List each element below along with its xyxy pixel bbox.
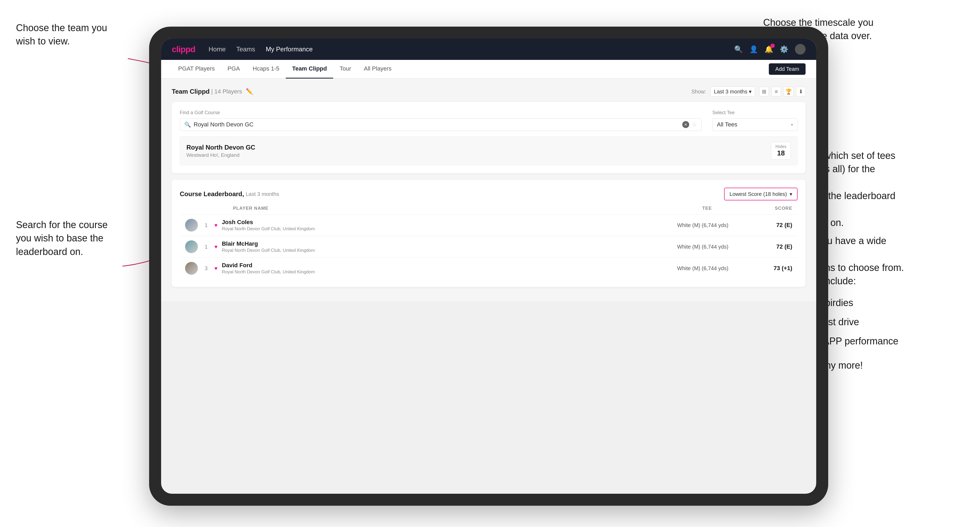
player-club: Royal North Devon Golf Club, United King… bbox=[222, 248, 656, 253]
team-player-count: | 14 Players bbox=[211, 88, 242, 95]
course-finder: Find a Golf Course 🔍 Royal North Devon G… bbox=[180, 110, 797, 131]
player-avatar bbox=[185, 262, 198, 275]
player-row[interactable]: 3 ♥ David Ford Royal North Devon Golf Cl… bbox=[180, 257, 797, 279]
holes-value: 18 bbox=[775, 149, 786, 157]
player-tee: White (M) (6,744 yds) bbox=[660, 265, 745, 271]
col-score-header: SCORE bbox=[749, 206, 792, 211]
list-view-icon[interactable]: ≡ bbox=[772, 87, 781, 96]
subnav-pga[interactable]: PGA bbox=[221, 60, 246, 78]
settings-icon[interactable]: ⚙️ bbox=[780, 45, 788, 54]
view-icons: ⊞ ≡ 🏆 ⬇ bbox=[759, 87, 806, 96]
player-score: 73 (+1) bbox=[749, 265, 792, 272]
course-search-label: Find a Golf Course bbox=[180, 110, 702, 116]
nav-link-my-performance[interactable]: My Performance bbox=[266, 46, 313, 53]
player-row[interactable]: 1 ♥ Blair McHarg Royal North Devon Golf … bbox=[180, 236, 797, 257]
course-result: Royal North Devon GC Westward Ho!, Engla… bbox=[180, 136, 797, 165]
sub-nav: PGAT Players PGA Hcaps 1-5 Team Clippd T… bbox=[161, 60, 816, 78]
tee-select-value[interactable]: All Tees bbox=[717, 121, 788, 128]
nav-icons: 🔍 👤 🔔 ⚙️ bbox=[734, 44, 806, 55]
player-list: 1 ♥ Josh Coles Royal North Devon Golf Cl… bbox=[180, 214, 797, 279]
score-type-dropdown-arrow: ▾ bbox=[790, 191, 792, 197]
player-info: Blair McHarg Royal North Devon Golf Club… bbox=[222, 240, 656, 253]
tee-select-label: Select Tee bbox=[712, 110, 797, 116]
player-rank: 1 bbox=[202, 222, 210, 229]
users-icon[interactable]: 👤 bbox=[749, 45, 758, 54]
player-score: 72 (E) bbox=[749, 222, 792, 229]
player-name: Josh Coles bbox=[222, 219, 656, 226]
player-favorite-icon[interactable]: ♥ bbox=[215, 265, 218, 271]
edit-team-icon[interactable]: ✏️ bbox=[246, 88, 253, 95]
search-icon[interactable]: 🔍 bbox=[734, 45, 743, 54]
course-finder-card: Find a Golf Course 🔍 Royal North Devon G… bbox=[172, 102, 806, 173]
player-name: David Ford bbox=[222, 262, 656, 269]
player-tee: White (M) (6,744 yds) bbox=[660, 244, 745, 250]
score-type-select[interactable]: Lowest Score (18 holes) ▾ bbox=[724, 187, 797, 200]
leaderboard-title: Course Leaderboard, bbox=[180, 190, 244, 198]
nav-links: Home Teams My Performance bbox=[208, 46, 313, 53]
team-header-right: Show: Last 3 months ▾ ⊞ ≡ 🏆 ⬇ bbox=[691, 86, 806, 97]
player-avatar bbox=[185, 240, 198, 253]
annotation-bottom-left: Search for the course you wish to base t… bbox=[16, 218, 108, 259]
player-avatar bbox=[185, 219, 198, 232]
player-club: Royal North Devon Golf Club, United King… bbox=[222, 269, 656, 275]
player-info: Josh Coles Royal North Devon Golf Club, … bbox=[222, 219, 656, 232]
course-favorite-icon[interactable]: ☆ bbox=[692, 121, 697, 128]
subnav-all-players[interactable]: All Players bbox=[357, 60, 398, 78]
bell-icon[interactable]: 🔔 bbox=[765, 45, 773, 54]
player-rank: 3 bbox=[202, 265, 210, 271]
team-name: Team Clippd bbox=[172, 88, 210, 95]
annotation-top-left: Choose the team you wish to view. bbox=[16, 21, 107, 48]
content-area: Team Clippd | 14 Players ✏️ Show: Last 3… bbox=[161, 78, 816, 301]
leaderboard-card: Course Leaderboard, Last 3 months Lowest… bbox=[172, 179, 806, 287]
holes-box: Holes 18 bbox=[771, 142, 791, 160]
user-avatar[interactable] bbox=[795, 44, 806, 55]
col-player-header: PLAYER NAME bbox=[233, 206, 664, 211]
subnav-tour[interactable]: Tour bbox=[333, 60, 357, 78]
holes-label: Holes bbox=[775, 144, 786, 149]
course-result-location: Westward Ho!, England bbox=[186, 152, 255, 158]
leaderboard-header: Course Leaderboard, Last 3 months Lowest… bbox=[180, 187, 797, 200]
trophy-icon[interactable]: 🏆 bbox=[784, 87, 793, 96]
player-row[interactable]: 1 ♥ Josh Coles Royal North Devon Golf Cl… bbox=[180, 214, 797, 236]
notification-badge bbox=[770, 44, 775, 48]
course-search-clear-button[interactable]: ✕ bbox=[682, 121, 689, 128]
nav-link-teams[interactable]: Teams bbox=[236, 46, 255, 53]
course-search-icon: 🔍 bbox=[184, 121, 191, 128]
grid-view-icon[interactable]: ⊞ bbox=[759, 87, 769, 96]
player-score: 72 (E) bbox=[749, 243, 792, 250]
app-logo: clippd bbox=[172, 44, 195, 54]
period-dropdown-arrow: ▾ bbox=[749, 89, 751, 94]
subnav-pgat[interactable]: PGAT Players bbox=[172, 60, 221, 78]
leaderboard-subtitle: Last 3 months bbox=[245, 191, 279, 197]
tee-section: Select Tee All Tees ▾ bbox=[712, 110, 797, 131]
player-name: Blair McHarg bbox=[222, 240, 656, 247]
course-search-section: Find a Golf Course 🔍 Royal North Devon G… bbox=[180, 110, 702, 131]
score-type-value: Lowest Score (18 holes) bbox=[729, 191, 787, 197]
subnav-team-clippd[interactable]: Team Clippd bbox=[286, 60, 333, 78]
add-team-button[interactable]: Add Team bbox=[769, 63, 806, 75]
col-tee-header: TEE bbox=[664, 206, 749, 211]
download-icon[interactable]: ⬇ bbox=[796, 87, 806, 96]
course-result-info: Royal North Devon GC Westward Ho!, Engla… bbox=[186, 144, 255, 158]
leaderboard-columns: PLAYER NAME TEE SCORE bbox=[180, 206, 797, 211]
course-result-name: Royal North Devon GC bbox=[186, 144, 255, 151]
tablet-frame: clippd Home Teams My Performance 🔍 👤 🔔 ⚙… bbox=[149, 27, 828, 506]
team-header: Team Clippd | 14 Players ✏️ Show: Last 3… bbox=[172, 86, 806, 97]
tablet-screen: clippd Home Teams My Performance 🔍 👤 🔔 ⚙… bbox=[161, 39, 816, 494]
show-label: Show: bbox=[691, 89, 706, 95]
player-rank: 1 bbox=[202, 244, 210, 250]
nav-link-home[interactable]: Home bbox=[208, 46, 226, 53]
player-info: David Ford Royal North Devon Golf Club, … bbox=[222, 262, 656, 275]
course-search-input-row[interactable]: 🔍 Royal North Devon GC ✕ ☆ bbox=[180, 118, 702, 131]
show-period-select[interactable]: Last 3 months ▾ bbox=[711, 86, 755, 97]
player-favorite-icon[interactable]: ♥ bbox=[215, 244, 218, 250]
top-nav: clippd Home Teams My Performance 🔍 👤 🔔 ⚙… bbox=[161, 39, 816, 60]
player-favorite-icon[interactable]: ♥ bbox=[215, 222, 218, 229]
player-club: Royal North Devon Golf Club, United King… bbox=[222, 226, 656, 232]
tee-select-row[interactable]: All Tees ▾ bbox=[712, 118, 797, 131]
player-tee: White (M) (6,744 yds) bbox=[660, 222, 745, 229]
course-search-value[interactable]: Royal North Devon GC bbox=[194, 121, 679, 128]
subnav-hcaps[interactable]: Hcaps 1-5 bbox=[247, 60, 286, 78]
tee-dropdown-arrow: ▾ bbox=[791, 122, 793, 127]
